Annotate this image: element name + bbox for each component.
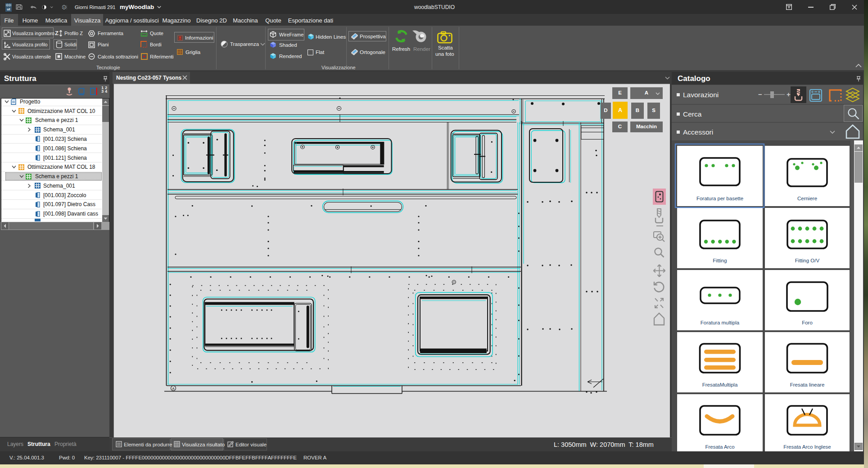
svg-text:Foratura per basette: Foratura per basette <box>696 196 743 201</box>
svg-text:ut: ut <box>7 7 10 11</box>
svg-text:Fresata Arco Inglese: Fresata Arco Inglese <box>783 444 831 450</box>
svg-text:Foro: Foro <box>802 320 813 325</box>
svg-text:Cerniere: Cerniere <box>797 196 817 201</box>
svg-text:Fitting: Fitting <box>713 258 727 263</box>
svg-text:Fresata lineare: Fresata lineare <box>790 382 825 387</box>
svg-text:Fitting O/V: Fitting O/V <box>795 258 820 263</box>
svg-text:FresataMultipla: FresataMultipla <box>702 382 738 387</box>
svg-text:Fresata Arco: Fresata Arco <box>705 444 734 450</box>
svg-text:Foratura multipla: Foratura multipla <box>701 320 740 325</box>
svg-text:A: A <box>172 387 174 391</box>
svg-text:i: i <box>63 6 64 9</box>
svg-text:Z: Z <box>55 30 59 36</box>
